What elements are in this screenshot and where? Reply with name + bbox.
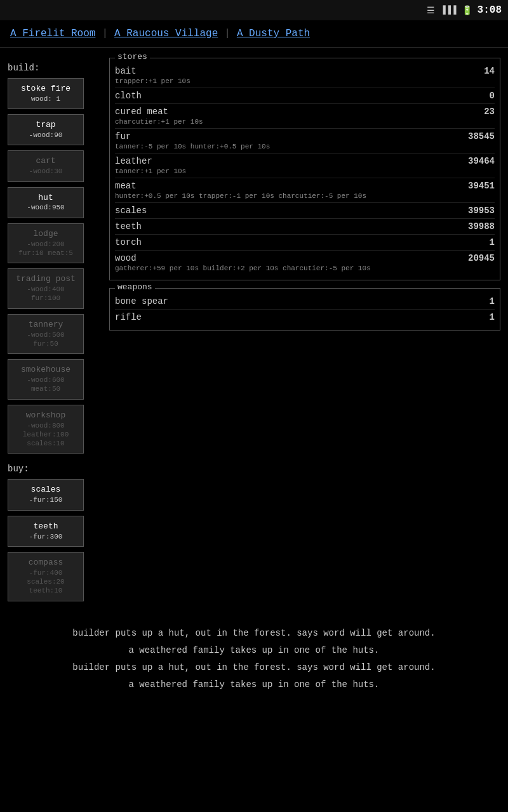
trap-button[interactable]: trap -wood:90 xyxy=(8,114,84,145)
nav-divider-2: | xyxy=(224,28,231,39)
store-row-wood: wood gatherer:+59 per 10s builder:+2 per… xyxy=(115,251,495,275)
clock-display: 3:08 xyxy=(478,4,502,16)
right-panel: stores bait trapper:+1 per 10s 14 cloth … xyxy=(102,48,508,617)
store-row-bait: bait trapper:+1 per 10s 14 xyxy=(115,63,495,88)
nav-divider-1: | xyxy=(102,28,108,39)
weapons-box: weapons bone spear 1 rifle 1 xyxy=(109,288,500,331)
store-row-fur: fur tanner:-5 per 10s hunter:+0.5 per 10… xyxy=(115,129,495,154)
store-row-leather: leather tanner:+1 per 10s 39464 xyxy=(115,154,495,178)
log-line-1: builder puts up a hut, out in the forest… xyxy=(13,627,495,640)
nav-tabs: A Firelit Room | A Raucous Village | A D… xyxy=(0,20,508,48)
network-icon: ☰ xyxy=(427,5,435,16)
workshop-button[interactable]: workshop -wood:800leather:100scales:10 xyxy=(8,405,84,454)
store-row-torch: torch 1 xyxy=(115,235,495,251)
log-line-3: builder puts up a hut, out in the forest… xyxy=(13,661,495,674)
store-row-scales: scales 39953 xyxy=(115,203,495,219)
tab-dusty-path[interactable]: A Dusty Path xyxy=(237,28,310,39)
weapon-row-rifle: rifle 1 xyxy=(115,310,495,325)
stores-title: stores xyxy=(115,52,150,62)
weapons-title: weapons xyxy=(115,282,155,292)
smokehouse-button[interactable]: smokehouse -wood:600meat:50 xyxy=(8,359,84,399)
signal-icon: ▐▐▐ xyxy=(440,5,456,15)
left-panel: build: stoke fire wood: 1 trap -wood:90 … xyxy=(0,48,102,617)
stoke-fire-button[interactable]: stoke fire wood: 1 xyxy=(8,78,84,109)
buy-scales-button[interactable]: scales -fur:150 xyxy=(8,479,84,510)
status-bar: ☰ ▐▐▐ 🔋 3:08 xyxy=(0,0,508,20)
store-row-teeth: teeth 39988 xyxy=(115,219,495,235)
log-area: builder puts up a hut, out in the forest… xyxy=(0,617,508,705)
buy-compass-button[interactable]: compass -fur:400scales:20teeth:10 xyxy=(8,552,84,601)
tab-firelit-room[interactable]: A Firelit Room xyxy=(10,28,95,39)
weapon-row-bone-spear: bone spear 1 xyxy=(115,294,495,310)
log-line-2: a weathered family takes up in one of th… xyxy=(13,644,495,657)
main-content: build: stoke fire wood: 1 trap -wood:90 … xyxy=(0,48,508,617)
cart-button[interactable]: cart -wood:30 xyxy=(8,150,84,181)
tannery-button[interactable]: tannery -wood:500fur:50 xyxy=(8,314,84,354)
tab-raucous-village[interactable]: A Raucous Village xyxy=(114,28,218,39)
trading-post-button[interactable]: trading post -wood:400fur:100 xyxy=(8,268,84,308)
hut-button[interactable]: hut -wood:950 xyxy=(8,187,84,218)
battery-icon: 🔋 xyxy=(462,5,472,16)
store-row-cloth: cloth 0 xyxy=(115,88,495,104)
store-row-meat: meat hunter:+0.5 per 10s trapper:-1 per … xyxy=(115,178,495,203)
store-row-cured-meat: cured meat charcutier:+1 per 10s 23 xyxy=(115,104,495,129)
build-label: build: xyxy=(8,63,94,73)
log-line-4: a weathered family takes up in one of th… xyxy=(13,678,495,691)
buy-teeth-button[interactable]: teeth -fur:300 xyxy=(8,516,84,547)
lodge-button[interactable]: lodge -wood:200fur:10 meat:5 xyxy=(8,223,84,263)
buy-label: buy: xyxy=(8,464,94,474)
stores-box: stores bait trapper:+1 per 10s 14 cloth … xyxy=(109,58,500,280)
